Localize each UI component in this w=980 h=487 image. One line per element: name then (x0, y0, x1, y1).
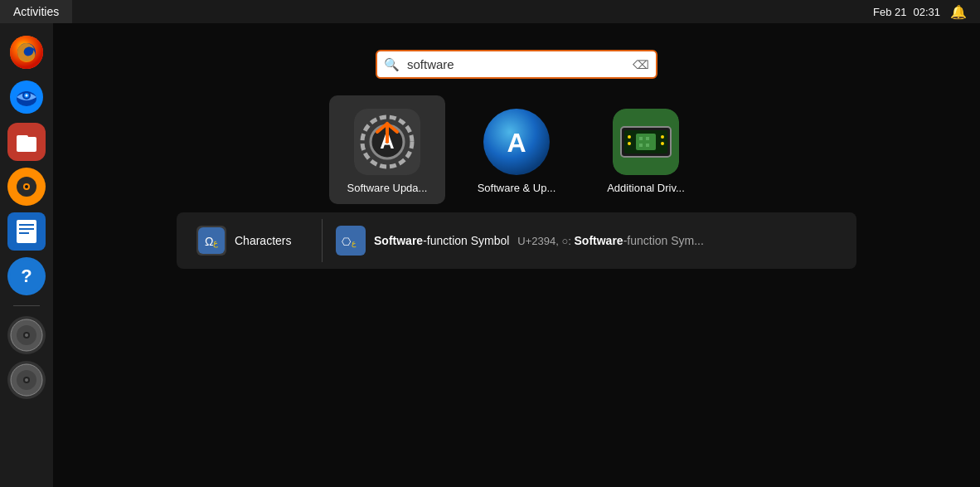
time-label: 02:31 (913, 6, 940, 18)
svg-point-47 (661, 142, 664, 145)
app-label-software-properties: Software & Up... (478, 182, 556, 194)
svg-text:?: ? (21, 265, 32, 286)
search-overlay: 🔍 software ⌫ A Software Upda... (53, 23, 980, 487)
app-label-software-updater: Software Upda... (347, 182, 428, 194)
svg-rect-10 (17, 135, 28, 140)
svg-point-14 (25, 185, 28, 188)
svg-point-44 (628, 135, 631, 139)
clear-search-icon[interactable]: ⌫ (633, 58, 649, 71)
sidebar-item-help[interactable]: ? (7, 257, 46, 295)
svg-rect-17 (19, 224, 34, 226)
sidebar-item-rhythmbox[interactable] (7, 168, 46, 206)
svg-rect-43 (646, 144, 649, 147)
sidebar-item-optical2[interactable] (7, 361, 46, 399)
sidebar-item-files[interactable] (7, 123, 46, 161)
svg-rect-41 (646, 137, 649, 140)
sidebar-item-thunderbird[interactable] (7, 78, 46, 116)
symbol-code: U+2394, ○: (517, 235, 574, 247)
characters-app-icon: Ω ع (196, 226, 226, 256)
characters-app-name: Characters (235, 234, 291, 247)
app-card-software-updater[interactable]: A Software Upda... (329, 95, 445, 204)
software-function-symbol-result[interactable]: ⎔ ع Software-function Symbol U+2394, ○: … (323, 219, 717, 262)
characters-app-result[interactable]: Ω ع Characters (190, 219, 323, 262)
activities-button[interactable]: Activities (0, 0, 72, 23)
svg-text:Ω: Ω (205, 235, 213, 248)
svg-rect-42 (639, 144, 643, 147)
svg-point-46 (661, 135, 664, 139)
svg-point-7 (26, 95, 28, 97)
symbol-bold-2: Software (575, 234, 623, 247)
search-icon: 🔍 (384, 57, 400, 72)
app-card-additional-drivers[interactable]: Additional Driv... (588, 95, 704, 204)
symbol-rest: -function Symbol (423, 234, 509, 247)
app-card-software-properties[interactable]: A Software & Up... (458, 95, 575, 204)
symbol-icon: ⎔ ع (336, 226, 366, 256)
svg-point-45 (628, 142, 631, 145)
sidebar-item-optical1[interactable] (7, 316, 46, 354)
svg-text:ع: ع (213, 238, 218, 248)
topbar: Activities Feb 21 02:31 🔔 (0, 0, 980, 23)
topbar-right: Feb 21 02:31 🔔 (873, 4, 980, 20)
svg-rect-16 (17, 220, 36, 243)
app-label-additional-drivers: Additional Driv... (607, 182, 685, 194)
clock: Feb 21 02:31 (873, 6, 940, 18)
search-input[interactable]: software (376, 50, 657, 79)
svg-rect-18 (19, 228, 34, 230)
symbol-ellipsis: -function Sym... (623, 234, 704, 247)
sidebar-item-writer[interactable] (7, 212, 46, 251)
svg-rect-39 (636, 134, 656, 150)
svg-rect-40 (639, 137, 643, 140)
search-container: 🔍 software ⌫ (376, 50, 657, 79)
activities-label: Activities (13, 5, 59, 18)
sidebar: ? (0, 23, 53, 487)
symbol-title: Software-function Symbol U+2394, ○: Soft… (374, 234, 704, 247)
dock-separator (13, 305, 40, 306)
sidebar-item-firefox[interactable] (7, 33, 46, 71)
characters-result-row: Ω ع Characters ⎔ ع Software-function Sym… (177, 212, 856, 269)
svg-text:A: A (507, 128, 526, 158)
symbol-info: Software-function Symbol U+2394, ○: Soft… (374, 234, 704, 247)
symbol-bold-part: Software (374, 234, 423, 247)
svg-point-25 (25, 334, 28, 337)
notification-bell-icon[interactable]: 🔔 (950, 4, 967, 20)
svg-point-29 (25, 378, 28, 382)
app-grid: A Software Upda... (329, 95, 704, 204)
date-label: Feb 21 (873, 6, 906, 18)
svg-text:⎔: ⎔ (342, 236, 352, 248)
svg-rect-19 (19, 232, 29, 234)
